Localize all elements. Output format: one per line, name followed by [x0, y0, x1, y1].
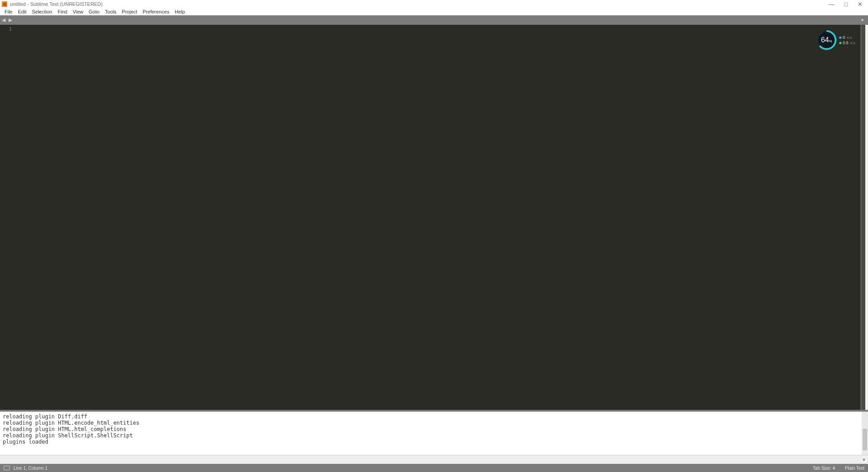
usage-percent-unit: % — [829, 39, 832, 43]
menu-help[interactable]: Help — [172, 9, 188, 14]
menu-file[interactable]: File — [2, 9, 15, 14]
line-number: 1 — [0, 26, 12, 32]
usage-percent: 64 — [821, 36, 829, 44]
console-vertical-scrollbar[interactable] — [862, 412, 868, 455]
window-maximize-button[interactable]: □ — [844, 1, 848, 8]
tab-dropdown-button[interactable]: ▼ — [860, 18, 866, 23]
console-output[interactable]: reloading plugin Diff.diff reloading plu… — [0, 412, 862, 455]
upload-dot-icon — [839, 36, 841, 39]
tab-history-nav[interactable]: ◀ ▶ — [2, 17, 13, 23]
window-minimize-button[interactable]: — — [828, 1, 834, 8]
menu-project[interactable]: Project — [119, 9, 140, 14]
menu-selection[interactable]: Selection — [29, 9, 55, 14]
status-cursor-position[interactable]: Line 1, Column 1 — [14, 466, 48, 471]
console-history-dropdown[interactable]: ▼ — [860, 458, 868, 462]
status-syntax[interactable]: Plain Text — [845, 466, 864, 471]
editor-area[interactable]: 1 64% 0 K/s 0.5 K/s — [0, 25, 868, 410]
download-rate: 0.5 — [843, 41, 849, 45]
menu-view[interactable]: View — [70, 9, 86, 14]
console-panel: reloading plugin Diff.diff reloading plu… — [0, 410, 868, 464]
status-tab-size[interactable]: Tab Size: 4 — [813, 466, 835, 471]
console-line: plugins loaded — [3, 439, 48, 445]
window-title-bar: untitled - Sublime Text (UNREGISTERED) —… — [0, 0, 868, 8]
console-line: reloading plugin ShellScript.ShellScript — [3, 432, 133, 439]
upload-unit: K/s — [847, 36, 852, 40]
menu-bar: File Edit Selection Find View Goto Tools… — [0, 8, 868, 15]
menu-tools[interactable]: Tools — [102, 9, 119, 14]
console-input[interactable] — [0, 457, 860, 463]
line-number-gutter: 1 — [0, 25, 15, 410]
console-input-row: ▼ — [0, 455, 868, 464]
download-dot-icon — [839, 42, 841, 44]
app-icon — [2, 1, 7, 7]
menu-goto[interactable]: Goto — [86, 9, 102, 14]
code-view[interactable] — [15, 25, 860, 410]
upload-rate: 0 — [843, 35, 845, 40]
tab-strip: ◀ ▶ ▼ — [0, 15, 868, 25]
window-title: untitled - Sublime Text (UNREGISTERED) — [10, 1, 103, 7]
window-close-button[interactable]: ✕ — [858, 1, 863, 8]
usage-ring-icon: 64% — [817, 30, 836, 50]
console-line: reloading plugin HTML.encode_html_entiti… — [3, 420, 139, 426]
status-bar: Line 1, Column 1 Tab Size: 4 Plain Text — [0, 464, 868, 472]
download-unit: K/s — [850, 41, 855, 45]
console-scroll-thumb[interactable] — [863, 429, 867, 450]
system-monitor-widget: 64% 0 K/s 0.5 K/s — [817, 30, 855, 50]
menu-find[interactable]: Find — [55, 9, 70, 14]
window-right-scroll-edge — [865, 25, 868, 410]
console-line: reloading plugin Diff.diff — [3, 413, 87, 420]
console-line: reloading plugin HTML.html_completions — [3, 426, 127, 432]
menu-edit[interactable]: Edit — [15, 9, 29, 14]
menu-preferences[interactable]: Preferences — [140, 9, 172, 14]
panel-switcher-icon[interactable] — [4, 466, 10, 470]
